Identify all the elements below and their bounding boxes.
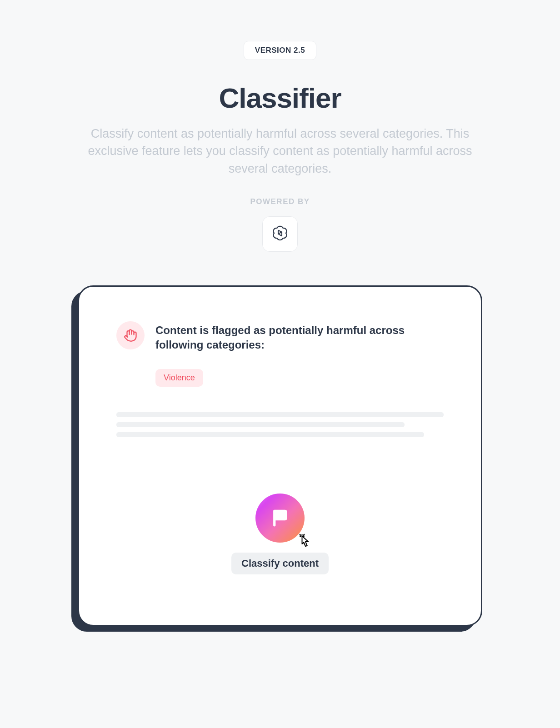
openai-logo-icon (271, 224, 289, 244)
category-tag: Violence (155, 369, 203, 387)
category-tags: Violence (155, 369, 444, 387)
powered-by-label: POWERED BY (250, 197, 310, 206)
page-container: VERSION 2.5 Classifier Classify content … (32, 41, 528, 626)
version-badge: VERSION 2.5 (244, 41, 316, 60)
result-card: Content is flagged as potentially harmfu… (78, 285, 482, 626)
flag-icon (270, 509, 290, 528)
placeholder-line (116, 432, 424, 437)
placeholder-text (116, 412, 444, 437)
hand-stop-icon (116, 321, 145, 349)
card-wrapper: Content is flagged as potentially harmfu… (78, 285, 482, 626)
flag-row: Content is flagged as potentially harmfu… (116, 321, 444, 353)
flag-message: Content is flagged as potentially harmfu… (155, 321, 444, 353)
classify-button-label: Classify content (231, 553, 329, 574)
action-area: Classify content (116, 494, 444, 574)
page-description: Classify content as potentially harmful … (75, 125, 485, 177)
openai-logo-box (262, 216, 298, 252)
cursor-pointer-icon (296, 533, 315, 551)
classify-button[interactable] (255, 494, 305, 543)
placeholder-line (116, 422, 405, 427)
placeholder-line (116, 412, 444, 417)
page-title: Classifier (219, 82, 341, 114)
